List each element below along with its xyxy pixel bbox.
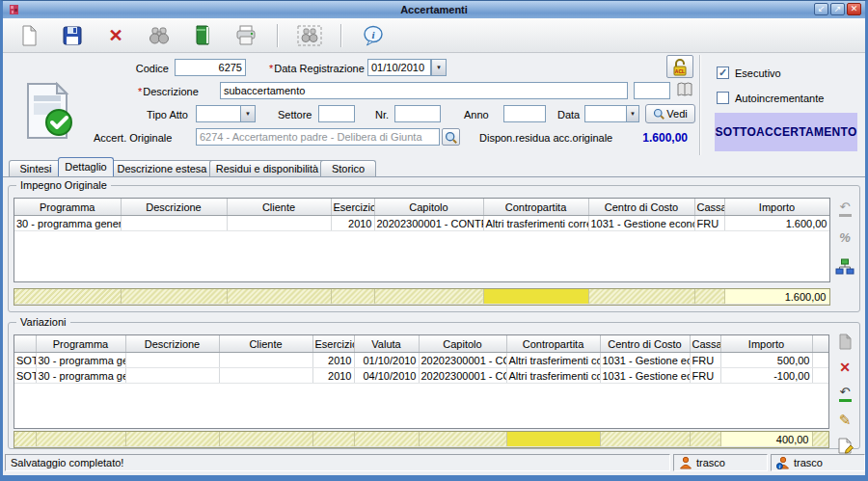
codice-label: Codice: [119, 63, 169, 74]
required-marker: *: [269, 63, 273, 74]
data-label: Data: [557, 109, 580, 120]
anno-field[interactable]: [503, 105, 546, 122]
search-icon: [653, 108, 665, 120]
lock-icon: ACL: [671, 58, 689, 76]
save-icon[interactable]: [60, 23, 85, 48]
new-document-icon[interactable]: [16, 23, 41, 48]
descrizione-field[interactable]: subaccertamento: [220, 82, 628, 99]
status-bar: Salvataggio completato! trasco i trasco: [3, 450, 865, 475]
column-header: Cassa: [694, 199, 724, 216]
column-header: Capitolo: [419, 335, 506, 353]
impegno-total-value: 1.600,00: [724, 289, 829, 305]
delete-row-icon[interactable]: ✕: [834, 357, 855, 378]
table-row[interactable]: SOT 30 - programma gene 2010 04/10/2010 …: [14, 368, 828, 384]
print-icon[interactable]: [233, 23, 258, 48]
autoincrementante-checkbox[interactable]: [717, 92, 729, 104]
variazioni-group: Variazioni Programma Descrizione Cliente…: [8, 322, 860, 449]
data-dropdown[interactable]: ▼: [626, 105, 639, 122]
delete-icon[interactable]: ✕: [103, 23, 128, 48]
dispon-residua-value: 1.600,00: [610, 131, 688, 145]
user-name: trasco: [794, 455, 823, 470]
tab-sintesi[interactable]: Sintesi: [9, 160, 63, 176]
close-button[interactable]: ✕: [847, 3, 861, 15]
undo-row-icon[interactable]: ↶: [834, 383, 855, 404]
anno-label: Anno: [464, 109, 489, 120]
tab-dettaglio[interactable]: Dettaglio: [58, 157, 114, 176]
column-header: Descrizione: [125, 335, 219, 353]
title-bar: Accertamenti ↙ ↗ ✕: [3, 1, 865, 18]
variazioni-actions: ✕ ↶ ✎: [834, 331, 855, 456]
variazioni-title: Variazioni: [16, 316, 70, 328]
column-header: Valuta: [354, 335, 419, 353]
esecutivo-label: Esecutivo: [735, 67, 781, 79]
search-icon: [445, 131, 457, 144]
descrizione-extra-field[interactable]: [634, 82, 670, 99]
data-registrazione-field[interactable]: 01/10/2010: [367, 59, 431, 76]
linked-search-icon[interactable]: [297, 23, 322, 48]
acl-lock-button[interactable]: ACL: [666, 55, 693, 78]
tab-strip: Sintesi Dettaglio Descrizione estesa Res…: [3, 157, 865, 176]
search-icon[interactable]: [147, 23, 172, 48]
tab-descrizione-estesa[interactable]: Descrizione estesa: [110, 160, 214, 176]
variazioni-header-row: Programma Descrizione Cliente Esercizio …: [14, 335, 828, 353]
add-row-icon[interactable]: [834, 331, 855, 352]
column-header: Cliente: [227, 199, 331, 216]
table-row[interactable]: SOT 30 - programma gene 2010 01/10/2010 …: [14, 353, 828, 368]
tab-residui-disponibilita[interactable]: Residui e disponibilità: [209, 160, 325, 176]
user-info-icon: i: [776, 456, 790, 469]
nr-label: Nr.: [375, 109, 389, 120]
undo-icon[interactable]: ↶: [834, 198, 855, 219]
column-header: [14, 335, 36, 353]
toolbar-separator: [340, 24, 342, 47]
nr-field[interactable]: [394, 105, 441, 122]
tab-storico[interactable]: Storico: [320, 160, 376, 176]
impegno-total-row: 1.600,00: [14, 288, 830, 306]
status-message-panel: Salvataggio completato!: [5, 454, 670, 471]
table-row[interactable]: 30 - programma generico 2010 20202300001…: [14, 216, 829, 231]
hierarchy-icon[interactable]: [834, 255, 855, 277]
accert-originale-search-button[interactable]: [442, 128, 460, 146]
settore-field[interactable]: [318, 105, 355, 122]
archive-icon[interactable]: [190, 23, 215, 48]
variazioni-total-row: 400,00: [14, 431, 829, 448]
column-header: Centro di Costo: [600, 335, 690, 353]
maximize-button[interactable]: ↗: [830, 3, 845, 15]
percent-split-icon[interactable]: %: [834, 227, 855, 248]
column-header: Cliente: [219, 335, 312, 353]
codice-field[interactable]: 6275: [175, 59, 246, 76]
column-header: Importo: [720, 335, 812, 353]
status-message: Salvataggio completato!: [11, 455, 123, 470]
vedi-button[interactable]: Vedi: [645, 104, 695, 123]
impegno-grid: Programma Descrizione Cliente Esercizio …: [14, 198, 830, 282]
edit-icon[interactable]: ✎: [834, 409, 855, 430]
column-header: Cassa: [690, 335, 720, 353]
total-highlight-cell: [506, 432, 600, 447]
data-field[interactable]: [584, 105, 627, 122]
required-marker: *: [138, 86, 142, 97]
dispon-residua-label: Dispon.residua acc.originale: [479, 132, 612, 144]
impegno-originale-group: Impegno Originale Programma Descrizione …: [8, 185, 860, 312]
info-icon[interactable]: i: [361, 23, 386, 48]
sottoaccertamento-banner: SOTTOACCERTAMENTO: [715, 113, 857, 151]
dettaglio-panel: Impegno Originale Programma Descrizione …: [3, 176, 865, 451]
column-header: Esercizio: [331, 199, 374, 216]
tipo-atto-label: Tipo Atto: [119, 109, 188, 120]
dictionary-icon[interactable]: [676, 81, 693, 102]
toolbar-separator: [277, 24, 279, 47]
column-header: Programma: [36, 335, 125, 353]
impegno-header-row: Programma Descrizione Cliente Esercizio …: [14, 199, 829, 216]
svg-text:ACL: ACL: [675, 68, 685, 74]
column-header: Capitolo: [374, 199, 483, 216]
app-window: Accertamenti ↙ ↗ ✕ ✕ i: [0, 0, 868, 481]
impegno-actions: ↶ %: [834, 198, 855, 277]
minimize-button[interactable]: ↙: [814, 3, 828, 15]
data-registrazione-dropdown[interactable]: ▼: [431, 59, 447, 76]
tipo-atto-dropdown[interactable]: ▼: [240, 105, 256, 122]
esecutivo-checkbox[interactable]: ✓: [717, 67, 729, 79]
impegno-originale-title: Impegno Originale: [16, 179, 111, 191]
accert-originale-label: Accert. Originale: [94, 132, 172, 144]
settore-label: Settore: [278, 109, 312, 120]
accert-originale-field[interactable]: 6274 - Accertamento padre - Delibera di …: [196, 128, 440, 146]
variazioni-grid: Programma Descrizione Cliente Esercizio …: [14, 334, 829, 429]
user-panel-left: trasco: [673, 454, 768, 471]
